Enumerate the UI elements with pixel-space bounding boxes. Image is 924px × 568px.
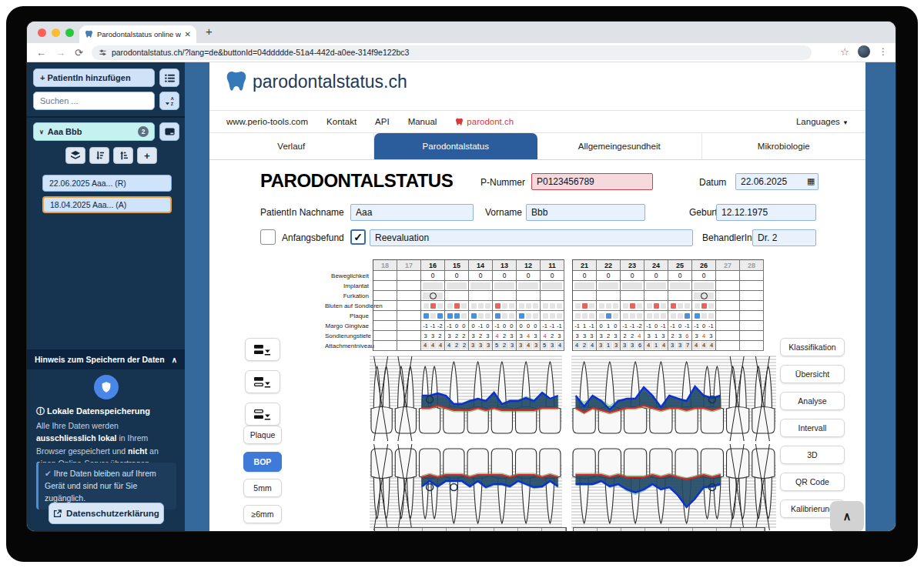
perio-cell-12[interactable] <box>517 311 541 321</box>
perio-cell-26[interactable]: 444 <box>692 341 716 351</box>
perio-cell-18[interactable] <box>373 281 397 291</box>
perio-cell-21[interactable]: 21 <box>573 259 597 271</box>
perio-cell-24[interactable]: 313 <box>644 331 668 341</box>
3d-button[interactable]: 3D <box>780 446 845 464</box>
perio-cell-28[interactable] <box>740 271 764 281</box>
perio-cell-13[interactable]: -100 <box>493 321 517 331</box>
perio-cell-17[interactable] <box>397 271 421 281</box>
perio-cell-15[interactable]: 422 <box>445 341 469 351</box>
perio-cell-13[interactable]: 13 <box>493 259 517 271</box>
privacy-policy-button[interactable]: Datenschutzerklärung <box>49 503 164 524</box>
perio-cell-15[interactable]: 322 <box>445 331 469 341</box>
perio-cell-23[interactable]: 224 <box>621 331 644 341</box>
perio-cell-16[interactable] <box>421 281 445 291</box>
perio-cell-17[interactable] <box>397 301 421 311</box>
perio-cell-25[interactable]: -10-1 <box>668 321 692 331</box>
perio-cell-25[interactable]: 236 <box>668 331 692 341</box>
perio-cell-12[interactable] <box>517 291 541 301</box>
perio-cell-18[interactable]: 18 <box>373 259 397 271</box>
klassifikation-button[interactable]: Klassifikation <box>780 338 845 356</box>
perio-cell-15[interactable] <box>445 311 469 321</box>
perio-cell-25[interactable] <box>668 301 692 311</box>
perio-cell-15[interactable]: 0 <box>445 271 469 281</box>
perio-cell-25[interactable]: 0 <box>668 271 692 281</box>
perio-cell-28[interactable] <box>740 291 764 301</box>
perio-cell-26[interactable]: 343 <box>692 331 716 341</box>
perio-cell-17[interactable] <box>397 331 421 341</box>
perio-cell-18[interactable] <box>373 301 397 311</box>
perio-cell-24[interactable]: 0 <box>644 271 668 281</box>
5mm-mode-button[interactable]: 5mm <box>243 479 282 497</box>
tab-close-icon[interactable]: ✕ <box>185 30 191 38</box>
perio-cell-23[interactable]: -1-1-2 <box>621 321 644 331</box>
perio-cell-17[interactable] <box>397 291 421 301</box>
perio-cell-28[interactable] <box>740 281 764 291</box>
perio-cell-24[interactable] <box>644 281 668 291</box>
perio-cell-18[interactable] <box>373 291 397 301</box>
jaw-chart[interactable] <box>370 353 776 531</box>
address-bar[interactable]: parodontalstatus.ch/?lang=de&buttonId=04… <box>92 45 812 60</box>
perio-cell-28[interactable]: 28 <box>740 259 764 271</box>
perio-cell-26[interactable]: 0 <box>692 271 716 281</box>
layers-button[interactable] <box>65 147 85 164</box>
perio-cell-23[interactable]: 336 <box>621 341 644 351</box>
perio-cell-16[interactable]: -1-1-2 <box>421 321 445 331</box>
perio-cell-23[interactable] <box>621 281 644 291</box>
perio-cell-16[interactable] <box>421 301 445 311</box>
reevaluation-field[interactable] <box>370 229 693 246</box>
perio-cell-28[interactable] <box>740 331 764 341</box>
perio-cell-26[interactable]: -10-1 <box>692 321 716 331</box>
perio-cell-24[interactable]: -10-1 <box>644 321 668 331</box>
perio-cell-18[interactable] <box>373 331 397 341</box>
perio-cell-23[interactable] <box>621 291 644 301</box>
perio-cell-13[interactable] <box>493 291 517 301</box>
perio-cell-12[interactable]: 12 <box>517 259 541 271</box>
perio-cell-13[interactable] <box>493 311 517 321</box>
perio-cell-11[interactable]: -1-1-1 <box>541 321 564 331</box>
close-window-button[interactable] <box>38 28 46 37</box>
intervall-button[interactable]: Intervall <box>780 419 845 437</box>
perio-cell-24[interactable]: 414 <box>644 341 668 351</box>
bookmark-star-icon[interactable]: ☆ <box>840 46 849 58</box>
perio-cell-13[interactable] <box>493 301 517 311</box>
perio-cell-15[interactable] <box>445 291 469 301</box>
perio-cell-16[interactable]: 0 <box>421 271 445 281</box>
6mm-mode-button[interactable]: ≥6mm <box>243 505 282 523</box>
perio-cell-27[interactable] <box>716 291 740 301</box>
perio-cell-22[interactable]: 323 <box>597 331 621 341</box>
perio-cell-14[interactable] <box>469 311 493 321</box>
perio-cell-15[interactable]: 15 <box>445 259 469 271</box>
perio-cell-27[interactable] <box>716 321 740 331</box>
perio-cell-13[interactable]: 523 <box>493 341 517 351</box>
perio-cell-21[interactable]: 333 <box>573 331 597 341</box>
perio-cell-26[interactable] <box>692 291 716 301</box>
perio-cell-21[interactable] <box>573 291 597 301</box>
perio-cell-17[interactable]: 17 <box>397 259 421 271</box>
perio-cell-13[interactable]: 423 <box>493 331 517 341</box>
maximize-window-button[interactable] <box>65 28 74 37</box>
perio-cell-25[interactable] <box>668 311 692 321</box>
export-row2-button[interactable] <box>245 370 280 393</box>
perio-cell-28[interactable] <box>740 311 764 321</box>
perio-cell-16[interactable]: 16 <box>421 259 445 271</box>
tab-parodontalstatus[interactable]: Parodontalstatus <box>374 133 538 159</box>
record-item-selected[interactable]: 18.04.2025 Aaa... (A) <box>42 196 172 213</box>
perio-cell-17[interactable] <box>397 321 421 331</box>
perio-cell-25[interactable]: 337 <box>668 341 692 351</box>
perio-cell-27[interactable] <box>716 341 740 351</box>
p-nummer-field[interactable] <box>531 173 653 190</box>
perio-cell-27[interactable] <box>716 301 740 311</box>
export-row1-button[interactable] <box>245 338 280 361</box>
perio-cell-27[interactable] <box>716 331 740 341</box>
minimize-window-button[interactable] <box>52 28 60 37</box>
uebersicht-button[interactable]: Übersicht <box>780 365 845 383</box>
scroll-top-button[interactable]: ∧ <box>830 501 864 531</box>
perio-cell-12[interactable]: 343 <box>517 331 541 341</box>
perio-cell-12[interactable]: 000 <box>517 321 541 331</box>
perio-cell-27[interactable]: 27 <box>716 259 740 271</box>
perio-cell-24[interactable] <box>644 301 668 311</box>
perio-cell-26[interactable] <box>692 311 716 321</box>
perio-cell-22[interactable] <box>597 291 621 301</box>
perio-cell-23[interactable]: 0 <box>621 271 644 281</box>
perio-cell-23[interactable] <box>621 311 644 321</box>
